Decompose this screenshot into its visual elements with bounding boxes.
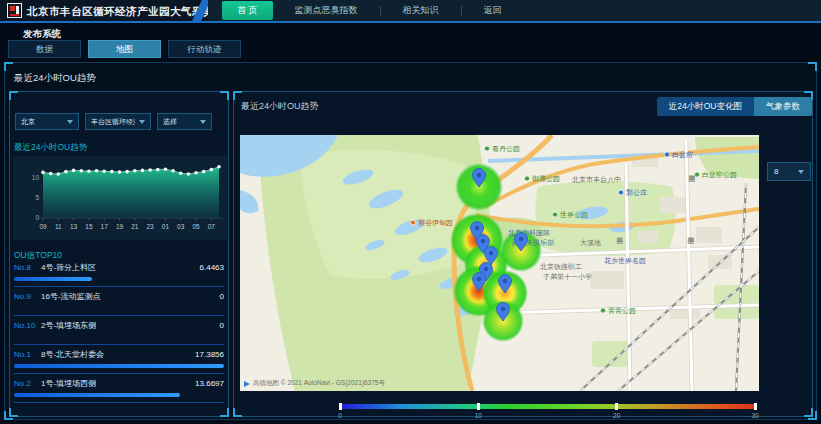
app-logo-icon xyxy=(7,3,22,18)
svg-text:5: 5 xyxy=(35,194,39,201)
map-button-1[interactable]: 气象参数 xyxy=(754,97,812,116)
map-zoom-select[interactable]: 8 xyxy=(767,162,811,181)
svg-text:13: 13 xyxy=(70,223,78,230)
color-gradient-bar: 0102030 xyxy=(340,404,755,409)
station-name: 1号-填埋场西侧 xyxy=(41,378,195,389)
map-label: 世界公园 xyxy=(560,211,588,219)
map-label: 北京华科国际 xyxy=(508,229,550,237)
filter-select-1[interactable]: 丰台区循环经济产 xyxy=(85,113,151,130)
scale-tick-label: 0 xyxy=(338,412,342,419)
filter-value: 选择 xyxy=(163,117,177,127)
svg-text:0: 0 xyxy=(35,214,39,221)
app-screen: 北京市丰台区循环经济产业园大气恶臭状况实时 首 页监测点恶臭指数相关知识返回 发… xyxy=(0,0,821,424)
map-canvas[interactable]: 看丹公园御康公园北京市丰台八中世界公园紫谷伊甸园北京华科国际高尔夫俱乐部大溪地北… xyxy=(240,135,759,391)
map-button-0[interactable]: 近24小时OU变化图 xyxy=(657,97,754,116)
station-name: 2号-填埋场东侧 xyxy=(41,320,220,331)
map-label: 白盆窑公园 xyxy=(702,171,737,179)
chevron-down-icon xyxy=(798,170,804,174)
frame-title: 最近24小时OU趋势 xyxy=(14,72,96,85)
chevron-down-icon xyxy=(200,120,206,124)
tab-1[interactable]: 地图 xyxy=(88,40,161,58)
rank-number: No.1 xyxy=(14,350,41,359)
chevron-down-icon xyxy=(67,120,73,124)
view-tabs: 数据地图行动轨迹 xyxy=(8,40,241,58)
station-name: 8号-北天堂村委会 xyxy=(41,349,195,360)
map-label: 花乡世界名园 xyxy=(604,257,646,265)
scale-tick-label: 20 xyxy=(613,412,620,419)
rank-number: No.2 xyxy=(14,379,41,388)
filter-value: 丰台区循环经济产 xyxy=(91,117,135,127)
map-label: 紫谷伊甸园 xyxy=(418,219,453,227)
nav-item-3[interactable]: 返回 xyxy=(475,1,511,20)
ranking-row[interactable]: No.916号-流动监测点0 xyxy=(14,291,224,320)
svg-text:10: 10 xyxy=(32,174,40,181)
row-divider xyxy=(14,286,224,287)
svg-text:07: 07 xyxy=(208,223,216,230)
map-label: 北京铁路职工 xyxy=(540,263,582,271)
nav-item-1[interactable]: 监测点恶臭指数 xyxy=(286,1,367,20)
svg-text:21: 21 xyxy=(131,223,139,230)
amap-logo-icon xyxy=(244,381,250,387)
map-attribution: 高德地图 © 2021 AutoNavi - GS(2021)6375号 xyxy=(244,379,385,388)
tab-2[interactable]: 行动轨迹 xyxy=(168,40,241,58)
map-button-group: 近24小时OU变化图气象参数 xyxy=(657,97,812,116)
ranking-row-line: No.916号-流动监测点0 xyxy=(14,291,224,302)
ranking-row[interactable]: No.84号-筛分上料区6.4463 xyxy=(14,262,224,291)
svg-text:01: 01 xyxy=(162,223,170,230)
row-divider xyxy=(14,373,224,374)
ou-value: 0 xyxy=(220,292,224,301)
nav-separator xyxy=(380,6,381,16)
ranking-row[interactable]: No.18号-北天堂村委会17.3856 xyxy=(14,349,224,378)
map-view[interactable]: 看丹公园御康公园北京市丰台八中世界公园紫谷伊甸园北京华科国际高尔夫俱乐部大溪地北… xyxy=(240,135,759,391)
ou-value: 13.6697 xyxy=(195,379,224,388)
filter-select-2[interactable]: 选择 xyxy=(157,113,212,130)
ranking-row[interactable]: No.102号-填埋场东侧0 xyxy=(14,320,224,349)
svg-text:17: 17 xyxy=(101,223,109,230)
nav-item-2[interactable]: 相关知识 xyxy=(394,1,448,20)
station-name: 16号-流动监测点 xyxy=(41,291,220,302)
main-frame: 最近24小时OU趋势 北京丰台区循环经济产选择 最近24小时OU趋势 05100… xyxy=(4,62,817,420)
filter-bar: 北京丰台区循环经济产选择 xyxy=(15,113,212,130)
map-label: 大溪地 xyxy=(580,239,601,247)
scale-tick-label: 30 xyxy=(751,412,758,419)
scale-tick-marker xyxy=(477,403,480,410)
scale-tick-marker xyxy=(615,403,618,410)
ranking-title: OU值TOP10 xyxy=(14,250,62,262)
trend-panel: 北京丰台区循环经济产选择 最近24小时OU趋势 0510091113151719… xyxy=(9,91,229,417)
nav-item-0[interactable]: 首 页 xyxy=(222,1,273,20)
svg-text:09: 09 xyxy=(39,223,47,230)
svg-text:19: 19 xyxy=(116,223,124,230)
map-label: 子弟第十一小学 xyxy=(543,273,592,281)
main-nav: 首 页监测点恶臭指数相关知识返回 xyxy=(208,0,821,21)
station-name: 4号-筛分上料区 xyxy=(41,262,200,273)
chart-title: 最近24小时OU趋势 xyxy=(14,142,87,154)
map-label: 北京市丰台八中 xyxy=(572,175,621,184)
svg-text:23: 23 xyxy=(147,223,155,230)
tab-0[interactable]: 数据 xyxy=(8,40,81,58)
ranking-row-line: No.102号-填埋场东侧0 xyxy=(14,320,224,331)
ranking-row-line: No.21号-填埋场西侧13.6697 xyxy=(14,378,224,389)
map-label: 郭公庄 xyxy=(626,189,647,197)
scale-tick-marker xyxy=(339,403,342,410)
filter-select-0[interactable]: 北京 xyxy=(15,113,79,130)
svg-text:05: 05 xyxy=(192,223,200,230)
top-header: 北京市丰台区循环经济产业园大气恶臭状况实时 首 页监测点恶臭指数相关知识返回 xyxy=(0,0,821,23)
svg-text:11: 11 xyxy=(55,223,62,230)
rank-number: No.10 xyxy=(14,321,41,330)
map-panel: 最近24小时OU趋势 近24小时OU变化图气象参数 xyxy=(233,91,813,417)
ranking-row[interactable]: No.21号-填埋场西侧13.6697 xyxy=(14,378,224,407)
map-label: 青青公园 xyxy=(608,307,636,315)
map-label: 御康公园 xyxy=(532,174,560,183)
ou-value: 0 xyxy=(220,321,224,330)
rank-number: No.9 xyxy=(14,292,41,301)
row-divider xyxy=(14,402,224,403)
rank-progress-bar xyxy=(14,364,224,368)
scale-tick-label: 10 xyxy=(475,412,482,419)
ou-color-scale: 0102030 xyxy=(340,404,755,420)
ranking-row-line: No.84号-筛分上料区6.4463 xyxy=(14,262,224,273)
nav-separator xyxy=(461,6,462,16)
ou-value: 17.3856 xyxy=(195,350,224,359)
ranking-list[interactable]: No.84号-筛分上料区6.4463No.916号-流动监测点0No.102号-… xyxy=(14,262,224,407)
map-label: 白盆窑 xyxy=(672,151,693,159)
rank-number: No.8 xyxy=(14,263,41,272)
